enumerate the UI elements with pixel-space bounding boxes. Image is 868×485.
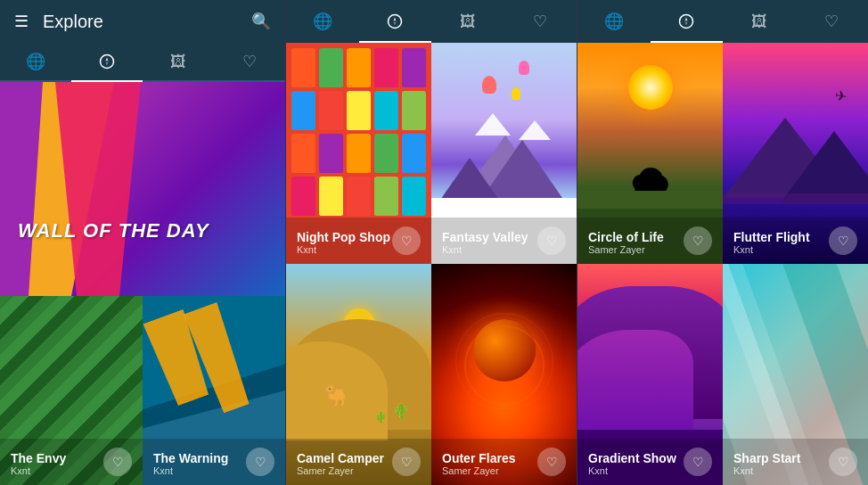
grass-line	[577, 191, 723, 209]
circle-title: Circle of Life	[588, 230, 664, 244]
fantasy-heart-button[interactable]: ♡	[537, 226, 566, 255]
wall-of-day[interactable]: WALL OF THE DAY	[0, 82, 285, 296]
sharp-title: Sharp Start	[733, 451, 800, 465]
flutter-text: Flutter Flight Kxnt	[733, 230, 810, 255]
item-night-pop-shop[interactable]: Night Pop Shop Kxnt ♡	[286, 43, 431, 264]
mid-tab-favorites[interactable]: ♡	[504, 0, 577, 43]
flutter-author: Kxnt	[733, 244, 810, 255]
right-tab-favorites[interactable]: ♡	[796, 0, 869, 43]
search-icon[interactable]: 🔍	[251, 12, 271, 31]
night-pop-text: Night Pop Shop Kxnt	[297, 230, 390, 255]
gradient-label-area: Gradient Show Kxnt ♡	[577, 439, 723, 485]
pop-9	[374, 91, 398, 130]
svg-point-0	[101, 55, 114, 69]
night-pop-label-area: Night Pop Shop Kxnt ♡	[286, 218, 431, 264]
item-sharp-start[interactable]: Sharp Start Kxnt ♡	[723, 264, 868, 485]
snow-1	[475, 113, 511, 136]
right-tab-compass[interactable]	[651, 0, 724, 43]
tab-compass[interactable]	[71, 43, 143, 80]
pop-18	[347, 177, 371, 216]
header-left: ☰ Explore	[14, 12, 103, 32]
circle-text: Circle of Life Samer Zayer	[588, 230, 664, 255]
left-tabs: 🌐 🖼 ♡	[0, 43, 285, 82]
envy-text: The Envy Kxnt	[11, 451, 66, 476]
airplane: ✈	[833, 86, 848, 105]
mountain-3	[438, 158, 501, 202]
balloon-2	[519, 61, 529, 75]
warning-heart-button[interactable]: ♡	[246, 448, 274, 476]
item-outer-flares[interactable]: Outer Flares Samer Zayer ♡	[431, 264, 577, 485]
right-tab-globe[interactable]: 🌐	[577, 0, 651, 43]
pop-14	[374, 134, 398, 173]
middle-grid: Night Pop Shop Kxnt ♡	[286, 43, 577, 485]
sharp-label-area: Sharp Start Kxnt ♡	[723, 439, 868, 485]
camel-heart-button[interactable]: ♡	[392, 448, 421, 476]
flutter-mountain-2	[781, 131, 868, 202]
svg-marker-4	[394, 18, 397, 22]
ring-2	[455, 313, 553, 411]
tab-gallery[interactable]: 🖼	[143, 43, 214, 80]
right-grid: 🌳 Circle of Life Samer Zayer ♡	[577, 43, 868, 485]
camel-emoji: 🐪	[323, 384, 347, 407]
outer-title: Outer Flares	[442, 451, 515, 465]
item-gradient-show[interactable]: Gradient Show Kxnt ♡	[577, 264, 723, 485]
gradient-author: Kxnt	[588, 465, 676, 476]
tab-globe[interactable]: 🌐	[0, 43, 71, 80]
pop-10	[402, 91, 426, 130]
mid-tab-gallery[interactable]: 🖼	[431, 0, 504, 43]
gradient-text: Gradient Show Kxnt	[588, 451, 676, 476]
item-fantasy-valley[interactable]: Fantasy Valley Kxnt ♡	[431, 43, 577, 264]
hamburger-icon[interactable]: ☰	[14, 12, 29, 31]
item-the-warning[interactable]: The Warning Kxnt ♡	[143, 296, 285, 485]
grad-mountain-2	[577, 330, 693, 440]
circle-heart-button[interactable]: ♡	[684, 226, 712, 255]
tab-favorites[interactable]: ♡	[214, 43, 285, 80]
item-the-envy[interactable]: The Envy Kxnt ♡	[0, 296, 143, 485]
svg-point-3	[389, 15, 402, 29]
pop-1	[291, 48, 315, 87]
pop-8	[347, 91, 371, 130]
camel-text: Camel Camper Samer Zayer	[297, 451, 384, 476]
envy-heart-button[interactable]: ♡	[103, 448, 132, 476]
middle-row-2: 🐪 🌵 🌵 Camel Camper Samer Zayer ♡	[286, 264, 577, 485]
item-circle-of-life[interactable]: 🌳 Circle of Life Samer Zayer ♡	[577, 43, 723, 264]
svg-marker-7	[685, 18, 688, 22]
sharp-heart-button[interactable]: ♡	[829, 448, 857, 476]
night-pop-heart-button[interactable]: ♡	[392, 226, 421, 255]
balloon-1	[482, 76, 496, 94]
item-flutter-flight[interactable]: ✈ Flutter Flight Kxnt ♡	[723, 43, 868, 264]
pop-5	[402, 48, 426, 87]
horizon	[723, 193, 868, 204]
circle-label-area: Circle of Life Samer Zayer ♡	[577, 218, 723, 264]
sharp-author: Kxnt	[733, 465, 800, 476]
mid-tab-globe[interactable]: 🌐	[286, 0, 359, 43]
warning-author: Kxnt	[153, 465, 228, 476]
pop-20	[402, 177, 426, 216]
mid-tab-compass[interactable]	[359, 0, 432, 43]
right-tab-gallery[interactable]: 🖼	[723, 0, 796, 43]
middle-row-1: Night Pop Shop Kxnt ♡	[286, 43, 577, 264]
envy-label-area: The Envy Kxnt ♡	[0, 439, 143, 485]
sharp-text: Sharp Start Kxnt	[733, 451, 800, 476]
camel-label-area: Camel Camper Samer Zayer ♡	[286, 439, 431, 485]
cactus-2: 🌵	[374, 411, 388, 423]
outer-label-area: Outer Flares Samer Zayer ♡	[431, 439, 577, 485]
gradient-heart-button[interactable]: ♡	[684, 448, 712, 476]
night-pop-author: Kxnt	[297, 244, 390, 255]
outer-heart-button[interactable]: ♡	[537, 448, 566, 476]
item-camel-camper[interactable]: 🐪 🌵 🌵 Camel Camper Samer Zayer ♡	[286, 264, 431, 485]
envy-author: Kxnt	[11, 465, 66, 476]
flutter-title: Flutter Flight	[733, 230, 810, 244]
right-row-2: Gradient Show Kxnt ♡ Sharp Start	[577, 264, 868, 485]
svg-marker-1	[106, 58, 109, 62]
setting-sun	[628, 65, 673, 110]
flutter-heart-button[interactable]: ♡	[829, 226, 857, 255]
outer-author: Samer Zayer	[442, 465, 515, 476]
pop-4	[374, 48, 398, 87]
balloon-3	[512, 87, 520, 100]
middle-header: 🌐 🖼 ♡	[286, 0, 577, 43]
pop-15	[402, 134, 426, 173]
pop-16	[291, 177, 315, 216]
pop-11	[291, 134, 315, 173]
pop-3	[347, 48, 371, 87]
